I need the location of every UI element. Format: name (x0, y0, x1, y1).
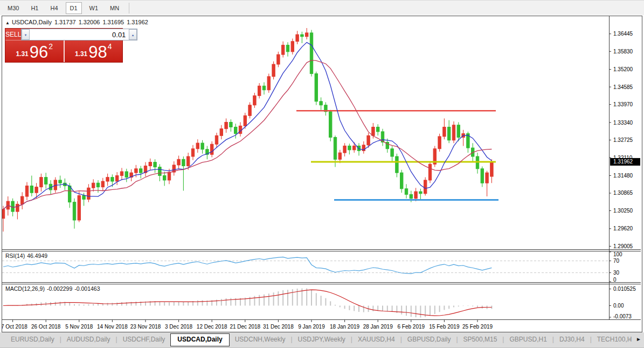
price-axis-label: 1.35830 (613, 49, 633, 54)
arrow-down-icon: ▼ (24, 33, 27, 36)
macd-main-value: -0.002299 (47, 285, 72, 292)
timeframe-toolbar: M30H1H4D1W1MN (0, 0, 644, 15)
ma-fast-line (3, 43, 491, 209)
date-axis-label: 25 Feb 2019 (462, 324, 493, 330)
buy-price-prefix: 1.31 (75, 50, 87, 58)
rsi-axis-label: 30 (613, 270, 620, 276)
volume-stepper: ▼ ▲ (21, 29, 137, 40)
timeframe-button-w1[interactable]: W1 (85, 2, 103, 14)
tab-scroll-right-icon[interactable]: ► (636, 336, 641, 342)
date-axis-label: 9 Jan 2019 (298, 324, 325, 330)
ma-slow-line (3, 60, 491, 209)
rsi-label: RSI(14)46.4949 (5, 253, 50, 259)
sell-price-sup: 2 (49, 42, 53, 51)
symbol-title: USDCAD,Daily (12, 19, 52, 25)
macd-signal-line (3, 290, 491, 316)
macd-axis-label: -0.0073 (613, 313, 632, 319)
buy-price-tile[interactable]: 1.31 98 4 (65, 40, 123, 62)
toolbar-separator (129, 3, 129, 13)
date-axis-label: 28 Jan 2019 (363, 324, 393, 330)
buy-price-big: 98 (88, 44, 107, 60)
price-axis-label: 1.33970 (613, 101, 633, 107)
date-axis-label: 5 Nov 2018 (65, 324, 93, 330)
rsi-line (3, 257, 491, 274)
sell-button[interactable]: SELL (5, 29, 21, 40)
price-axis-label: 1.30250 (613, 208, 633, 214)
tab-audusd-daily[interactable]: AUDUSD,Daily (61, 333, 116, 346)
macd-axis-label: 0.010525 (613, 286, 636, 292)
timeframe-button-mn[interactable]: MN (106, 2, 123, 14)
rsi-value: 46.4949 (27, 253, 47, 259)
date-axis-label: 26 Oct 2018 (31, 324, 61, 330)
rsi-axis-label: 70 (613, 258, 620, 264)
rsi-axis-label: 100 (613, 251, 622, 257)
macd-signal-value: -0.001463 (74, 285, 100, 292)
timeframe-button-h4[interactable]: H4 (46, 2, 62, 14)
chart-symbol-header: ▲USDCAD,Daily1.317371.320061.316951.3196… (5, 19, 148, 25)
sell-price-tile[interactable]: 1.31 96 2 (5, 40, 64, 62)
timeframe-button-d1[interactable]: D1 (66, 2, 82, 14)
tab-scroll-left-icon[interactable]: ◄ (626, 336, 632, 342)
current-price-text: 1.31962 (613, 159, 633, 165)
chart-window: 1.364451.358301.352001.345851.339701.333… (2, 16, 642, 332)
price-axis-label: 1.29005 (613, 243, 633, 249)
rsi-axis-label: 0 (613, 277, 617, 283)
price-axis-label: 1.30865 (613, 190, 633, 196)
buy-button[interactable]: BUY (137, 29, 151, 40)
timeframe-button-m30[interactable]: M30 (3, 2, 23, 14)
sell-price-prefix: 1.31 (16, 50, 28, 58)
date-axis-label: 23 Nov 2018 (130, 324, 161, 330)
price-axis-label: 1.32725 (613, 137, 633, 143)
date-axis-label: 18 Jan 2019 (330, 324, 359, 330)
price-axis-label: 1.35200 (613, 66, 633, 72)
tab-xauusd-h4[interactable]: XAUUSD,H4 (352, 333, 400, 346)
chart-tabbar: EURUSD,Daily|AUDUSD,Daily|USDCHF,DailyUS… (0, 332, 644, 348)
one-click-trading-panel: SELL ▼ ▲ BUY 1.31 96 2 1.31 98 4 (5, 28, 123, 63)
collapse-icon[interactable]: ▲ (5, 21, 10, 25)
price-chart-canvas: 1.364451.358301.352001.345851.339701.333… (2, 16, 641, 331)
macd-name: MACD(12,26,9) (5, 285, 45, 292)
ohlc-high: 1.32006 (79, 19, 100, 25)
ohlc-close: 1.31962 (127, 19, 148, 25)
tab-gbpusd-daily[interactable]: GBPUSD,Daily (402, 333, 456, 346)
tab-usdjpy-weekly[interactable]: USDJPY,Weekly (293, 333, 351, 346)
ohlc-open: 1.31737 (54, 19, 76, 25)
timeframe-button-h1[interactable]: H1 (26, 2, 43, 14)
price-axis-label: 1.33340 (613, 120, 633, 126)
price-axis-label: 1.29620 (613, 226, 633, 231)
volume-increase-button[interactable]: ▲ (129, 29, 137, 40)
sell-price-big: 96 (30, 44, 48, 60)
mt4-chart-screen: M30H1H4D1W1MN 1.364451.358301.352001.345… (0, 0, 644, 348)
ohlc-low: 1.31695 (102, 19, 124, 25)
date-axis-label: 6 Feb 2019 (397, 324, 425, 330)
tab-gbpusd-h1[interactable]: GBPUSD,H1 (504, 333, 552, 346)
arrow-up-icon: ▲ (131, 33, 135, 36)
tab-usdchf-daily[interactable]: USDCHF,Daily (117, 333, 171, 346)
date-axis-label: 31 Dec 2018 (263, 324, 294, 330)
macd-histogram (3, 288, 492, 317)
date-axis-label: 17 Oct 2018 (2, 324, 27, 330)
date-axis-label: 21 Dec 2018 (230, 324, 260, 330)
tab-eurusd-daily[interactable]: EURUSD,Daily (5, 333, 60, 346)
tab-usdcad-daily[interactable]: USDCAD,Daily (170, 333, 229, 346)
date-axis-label: 12 Dec 2018 (197, 324, 227, 330)
tab-dj30-h4[interactable]: DJ30,H4 (554, 333, 590, 346)
tab-sp500-m15[interactable]: SP500,M15 (458, 333, 503, 346)
volume-input[interactable] (30, 29, 129, 40)
date-axis-label: 3 Dec 2018 (165, 324, 193, 330)
tab-usdcnh-weekly[interactable]: USDCNH,Weekly (230, 333, 291, 346)
date-axis-label: 14 Nov 2018 (97, 324, 128, 330)
price-axis-label: 1.36445 (613, 31, 633, 37)
price-axis-label: 1.31480 (613, 173, 633, 179)
volume-decrease-button[interactable]: ▼ (22, 29, 30, 40)
macd-label: MACD(12,26,9)-0.002299-0.001463 (5, 285, 102, 292)
date-axis-label: 15 Feb 2019 (429, 324, 460, 330)
buy-price-sup: 4 (108, 42, 112, 51)
rsi-name: RSI(14) (5, 253, 25, 259)
macd-axis-label: 0.00 (613, 303, 624, 309)
price-axis-label: 1.34585 (613, 84, 633, 90)
